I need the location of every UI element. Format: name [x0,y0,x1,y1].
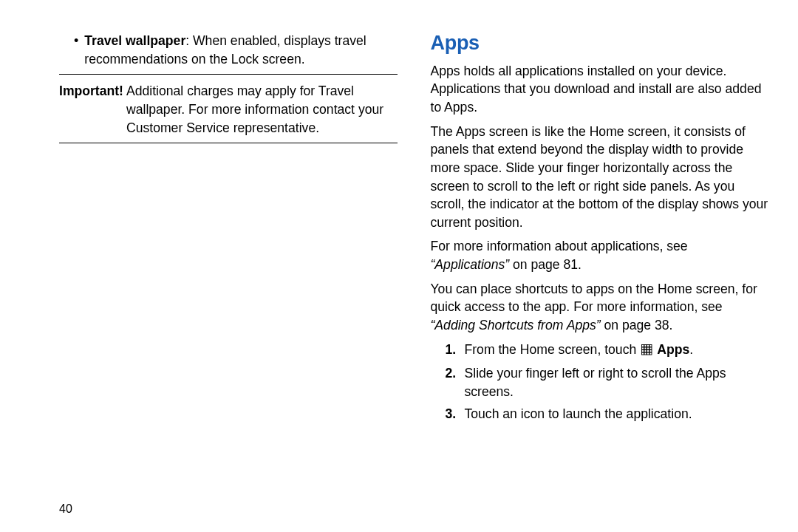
p3-reference: “Applications” [431,257,510,272]
important-label: Important! [59,82,123,137]
step-number: 2. [446,364,459,383]
svg-rect-9 [644,349,647,352]
step-2-text: Slide your finger left or right to scrol… [465,364,769,400]
p3-post: on page 81. [509,257,582,272]
bullet-travel-wallpaper: • Travel wallpaper: When enabled, displa… [74,32,398,68]
step-1-pre: From the Home screen, touch [465,342,641,357]
document-page: • Travel wallpaper: When enabled, displa… [0,0,798,532]
step-1-post: . [689,342,693,357]
svg-rect-5 [644,347,647,349]
section-heading-apps: Apps [431,30,769,58]
svg-rect-12 [642,352,644,355]
svg-rect-11 [649,349,652,352]
bullet-dot-icon: • [74,32,78,68]
svg-rect-13 [644,352,647,355]
svg-rect-7 [649,347,652,349]
svg-rect-0 [642,344,644,347]
important-note: Important! Additional charges may apply … [59,82,398,137]
svg-rect-6 [647,347,649,349]
important-body: Additional charges may apply for Travel … [126,82,398,137]
step-1-text: From the Home screen, touch Apps. [465,341,769,361]
divider-bottom [59,143,398,143]
p3-pre: For more information about applications,… [431,239,688,253]
p4-pre: You can place shortcuts to apps on the H… [431,282,757,315]
svg-rect-3 [649,344,652,347]
step-number: 3. [446,405,459,423]
page-number: 40 [59,502,72,516]
bullet-term: Travel wallpaper [84,33,185,48]
step-2: 2. Slide your finger left or right to sc… [446,364,769,400]
steps-list: 1. From the Home screen, touch Apps. 2. … [446,341,769,424]
step-1-bold: Apps [654,342,689,357]
paragraph-1: Apps holds all applications installed on… [431,62,769,117]
p4-reference: “Adding Shortcuts from Apps” [431,318,601,332]
bullet-text: Travel wallpaper: When enabled, displays… [84,32,397,68]
svg-rect-1 [644,344,647,347]
step-3: 3. Touch an icon to launch the applicati… [446,405,769,423]
svg-rect-10 [647,349,649,352]
apps-grid-icon [641,342,652,361]
left-column: • Travel wallpaper: When enabled, displa… [59,32,398,525]
step-3-text: Touch an icon to launch the application. [465,405,769,423]
paragraph-2: The Apps screen is like the Home screen,… [431,123,769,232]
svg-rect-4 [642,347,644,349]
svg-rect-14 [647,352,649,355]
svg-rect-8 [642,349,644,352]
right-column: Apps Apps holds all applications install… [431,30,769,525]
svg-rect-15 [649,352,652,355]
svg-rect-2 [647,344,649,347]
p4-post: on page 38. [601,318,673,332]
step-number: 1. [446,341,459,359]
divider-top [59,74,398,75]
paragraph-3: For more information about applications,… [431,237,769,273]
step-1: 1. From the Home screen, touch Apps. [446,341,769,361]
paragraph-4: You can place shortcuts to apps on the H… [431,280,769,335]
